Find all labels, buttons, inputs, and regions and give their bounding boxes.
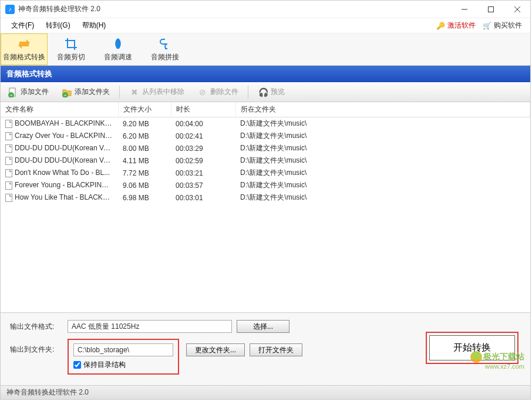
activate-link[interactable]: 🔑 激活软件 [436,21,476,31]
keep-structure-checkbox[interactable] [73,361,81,369]
cell-folder: D:\新建文件夹\music\ [235,142,530,154]
cell-size: 9.06 MB [118,179,171,191]
preview-label: 预览 [271,87,285,97]
tool-join[interactable]: 音频拼接 [142,33,188,65]
tool-speed-label: 音频调速 [104,52,132,62]
cell-folder: D:\新建文件夹\music\ [235,154,530,167]
cell-name: Crazy Over You - BLACKPINK.... [1,130,118,142]
menu-help[interactable]: 帮助(H) [76,18,112,33]
window-title: 神奇音频转换处理软件 2.0 [18,4,451,14]
tool-join-label: 音频拼接 [151,52,179,62]
cell-name: Forever Young - BLACKPINK.... [1,179,118,191]
output-format-label: 输出文件格式: [10,322,63,332]
delete-icon: ⊘ [197,87,208,97]
cell-size: 6.98 MB [118,191,171,204]
add-file-icon: + [8,87,18,97]
delete-button[interactable]: ⊘ 删除文件 [194,85,242,99]
separator [119,86,120,99]
section-header: 音频格式转换 [1,66,530,82]
table-row[interactable]: Don't Know What To Do - BL...7.72 MB00:0… [1,167,530,179]
table-row[interactable]: DDU-DU DDU-DU(Korean Ver...8.00 MB00:03:… [1,142,530,154]
menu-file[interactable]: 文件(F) [5,18,40,33]
tool-trim[interactable]: 音频剪切 [48,33,95,65]
menubar: 文件(F) 转到(G) 帮助(H) 🔑 激活软件 🛒 购买软件 [1,18,530,33]
watermark: 极光下载站 www.xz7.com [470,351,524,370]
select-format-button[interactable]: 选择... [237,320,289,333]
key-icon: 🔑 [436,22,445,30]
open-folder-button[interactable]: 打开文件夹 [250,343,302,356]
file-icon [5,169,12,177]
actionbar: + 添加文件 + 添加文件夹 ✖ 从列表中移除 ⊘ 删除文件 🎧 预览 [1,82,530,102]
bottom-panel: 输出文件格式: 选择... 输出到文件夹: 保持目录结构 更改文件夹... 打开… [1,312,530,385]
file-icon [5,157,12,165]
app-icon: ♪ [5,5,15,14]
file-icon [5,194,12,202]
cell-folder: D:\新建文件夹\music\ [235,167,530,179]
delete-label: 删除文件 [210,87,238,97]
col-duration[interactable]: 时长 [171,102,235,117]
preview-button[interactable]: 🎧 预览 [254,85,288,99]
statusbar: 神奇音频转换处理软件 2.0 [1,385,530,399]
svg-rect-1 [488,6,493,12]
buy-link[interactable]: 🛒 购买软件 [483,21,522,31]
svg-text:+: + [64,93,67,97]
watermark-swirl-icon [470,351,482,363]
table-row[interactable]: Crazy Over You - BLACKPINK....6.20 MB00:… [1,130,530,142]
table-row[interactable]: BOOMBAYAH - BLACKPINK.mp39.20 MB00:04:00… [1,117,530,130]
cell-duration: 00:03:57 [171,179,235,191]
table-row[interactable]: Forever Young - BLACKPINK....9.06 MB00:0… [1,179,530,191]
cell-size: 9.20 MB [118,117,171,130]
col-size[interactable]: 文件大小 [118,102,171,117]
file-icon [5,120,12,128]
cell-duration: 00:04:00 [171,117,235,130]
cell-size: 7.72 MB [118,167,171,179]
minimize-button[interactable] [451,1,477,18]
cell-name: DDU-DU DDU-DU(Korean Ver... [1,142,118,154]
add-folder-icon: + [62,87,72,97]
main-toolbar: 音频格式转换 音频剪切 音频调速 音频拼接 [1,33,530,66]
add-folder-button[interactable]: + 添加文件夹 [58,85,113,99]
maximize-button[interactable] [477,1,504,18]
rocket-icon [111,37,125,51]
col-folder[interactable]: 所在文件夹 [235,102,530,117]
table-row[interactable]: DDU-DU DDU-DU(Korean Ver...4.11 MB00:02:… [1,154,530,167]
add-file-label: 添加文件 [21,87,49,97]
file-icon [5,181,12,190]
remove-label: 从列表中移除 [142,87,184,97]
cell-folder: D:\新建文件夹\music\ [235,191,530,204]
cart-icon: 🛒 [483,22,491,30]
output-folder-field[interactable] [73,343,173,356]
tool-format-convert[interactable]: 音频格式转换 [1,33,48,65]
menu-goto[interactable]: 转到(G) [40,18,76,33]
activate-label: 激活软件 [447,21,476,31]
headphone-icon: 🎧 [258,87,268,97]
cell-duration: 00:02:59 [171,154,235,167]
close-button[interactable] [504,1,530,18]
change-folder-button[interactable]: 更改文件夹... [186,343,245,356]
cell-folder: D:\新建文件夹\music\ [235,130,530,142]
keep-structure-label: 保持目录结构 [83,360,126,370]
table-row[interactable]: How You Like That - BLACKPI...6.98 MB00:… [1,191,530,204]
cell-name: BOOMBAYAH - BLACKPINK.mp3 [1,117,118,130]
separator [248,86,248,99]
tool-speed[interactable]: 音频调速 [95,33,142,65]
cell-size: 6.20 MB [118,130,171,142]
cell-name: DDU-DU DDU-DU(Korean Ver... [1,154,118,167]
status-text: 神奇音频转换处理软件 2.0 [6,387,89,397]
add-file-button[interactable]: + 添加文件 [4,85,52,99]
tool-format-convert-label: 音频格式转换 [3,52,45,62]
file-table-area[interactable]: 文件名称 文件大小 时长 所在文件夹 BOOMBAYAH - BLACKPINK… [1,102,530,312]
cell-folder: D:\新建文件夹\music\ [235,117,530,130]
file-icon [5,132,12,140]
cell-name: Don't Know What To Do - BL... [1,167,118,179]
output-format-field[interactable] [68,320,232,333]
buy-label: 购买软件 [494,21,522,31]
convert-icon [17,37,31,51]
svg-text:+: + [10,93,13,97]
cell-size: 4.11 MB [118,154,171,167]
remove-button[interactable]: ✖ 从列表中移除 [126,85,188,99]
col-name[interactable]: 文件名称 [1,102,118,117]
cell-duration: 00:03:29 [171,142,235,154]
cell-name: How You Like That - BLACKPI... [1,191,118,204]
crop-icon [64,37,78,51]
